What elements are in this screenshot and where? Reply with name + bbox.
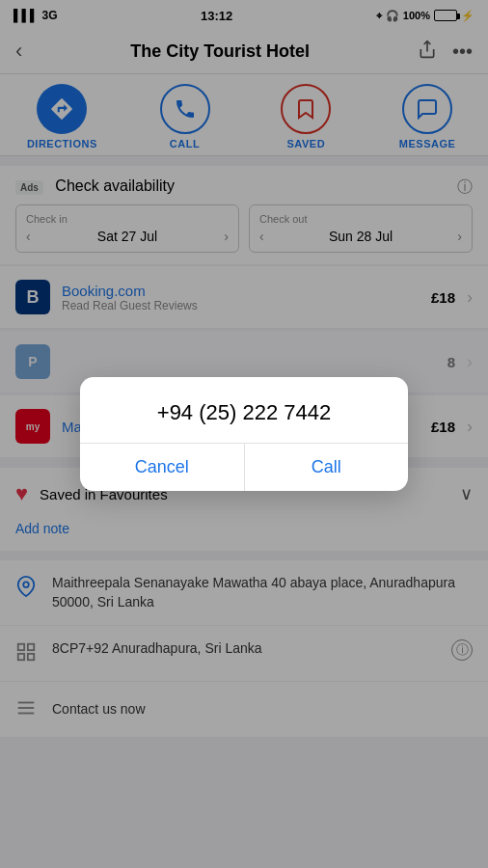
call-dialog: +94 (25) 222 7442 Cancel Call	[80, 377, 408, 491]
dialog-phone-number: +94 (25) 222 7442	[80, 377, 408, 443]
dialog-cancel-button[interactable]: Cancel	[80, 444, 244, 491]
call-dialog-overlay: +94 (25) 222 7442 Cancel Call	[0, 0, 488, 868]
dialog-buttons: Cancel Call	[80, 444, 408, 491]
dialog-call-button[interactable]: Call	[245, 444, 409, 491]
